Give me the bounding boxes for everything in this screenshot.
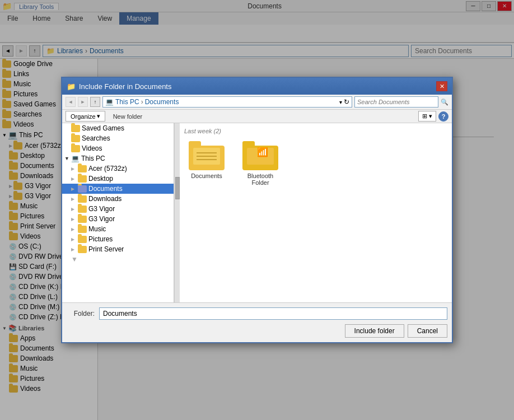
organize-dropdown-icon: ▾ xyxy=(97,113,100,120)
section-label-last-week: Last week (2) xyxy=(184,128,447,134)
dialog-up-button[interactable]: ↑ xyxy=(90,97,100,107)
dialog-address-icon: 💻 xyxy=(105,98,114,106)
dialog-title: Include Folder in Documents xyxy=(79,82,171,91)
footer-buttons: Include folder Cancel xyxy=(67,324,447,338)
dialog-sidebar-print-server[interactable]: ▶ Print Server xyxy=(62,244,174,254)
dialog-close-button[interactable]: ✕ xyxy=(436,81,447,91)
help-button[interactable]: ? xyxy=(438,111,448,122)
dialog-sidebar-label-searches: Searches xyxy=(82,134,110,142)
dialog-sidebar-music[interactable]: ▶ Music xyxy=(62,224,174,234)
expand-arrow-open: ▼ xyxy=(64,156,71,161)
dialog-sidebar-saved-games[interactable]: Saved Games xyxy=(62,123,174,133)
cancel-button[interactable]: Cancel xyxy=(408,324,447,338)
dialog-icon: 📁 xyxy=(67,82,76,91)
dialog-sidebar-label-this-pc: This PC xyxy=(81,155,105,162)
dialog-sidebar-scrollbar[interactable] xyxy=(174,123,180,302)
dialog-back-button[interactable]: ◄ xyxy=(66,97,76,107)
file-name-documents: Documents xyxy=(191,172,222,179)
dialog-forward-button[interactable]: ► xyxy=(78,97,88,107)
dialog-sidebar-documents[interactable]: ▶ Documents xyxy=(62,184,174,194)
search-icon: 🔍 xyxy=(441,99,448,106)
dialog-sidebar-label-documents: Documents xyxy=(88,185,123,193)
folder-icon xyxy=(71,125,80,132)
dialog-sidebar-label-pictures: Pictures xyxy=(88,235,113,243)
folder-icon xyxy=(71,145,80,152)
dialog-path-separator: › xyxy=(141,98,143,106)
dialog-sidebar-label-downloads: Downloads xyxy=(88,195,122,203)
dialog-refresh-button[interactable]: ↻ xyxy=(344,98,349,106)
modal-overlay: 📁 Include Folder in Documents ✕ ◄ ► ↑ 💻 … xyxy=(0,0,514,420)
expand-arrow: ▶ xyxy=(71,207,78,212)
dialog-sidebar-desktop[interactable]: ▶ Desktop xyxy=(62,174,174,184)
dialog-sidebar-label-videos: Videos xyxy=(82,144,102,152)
folder-icon xyxy=(78,175,87,183)
more-arrow: ▼ xyxy=(71,255,78,263)
expand-arrow: ▶ xyxy=(71,247,78,252)
folder-icon xyxy=(78,236,87,243)
folder-input-row: Folder: xyxy=(67,307,447,320)
dialog-sidebar-acer[interactable]: ▶ Acer (5732z) xyxy=(62,164,174,174)
folder-icon xyxy=(78,206,87,213)
dialog-sidebar-videos[interactable]: Videos xyxy=(62,143,174,153)
dialog-body: Saved Games Searches Videos ▼ 💻 xyxy=(62,123,452,302)
organize-label: Organize xyxy=(71,113,96,120)
dialog-sidebar-searches[interactable]: Searches xyxy=(62,133,174,143)
dialog-sidebar-label-g3vigor1: G3 Vigor xyxy=(88,205,115,213)
dialog-main-content: Last week (2) xyxy=(180,123,452,302)
expand-arrow: ▶ xyxy=(71,227,78,232)
folder-icon xyxy=(78,226,87,233)
scrollbar-thumb xyxy=(175,177,180,199)
dialog-sidebar: Saved Games Searches Videos ▼ 💻 xyxy=(62,123,174,302)
dialog-toolbar: ◄ ► ↑ 💻 This PC › Documents ▾ ↻ 🔍 xyxy=(62,95,452,110)
view-button[interactable]: ⊞ ▾ xyxy=(418,111,436,122)
dialog-sidebar-g3vigor2[interactable]: ▶ G3 Vigor xyxy=(62,214,174,224)
file-item-bluetooth[interactable]: 📶 Bluetooth Folder xyxy=(238,139,283,188)
include-folder-dialog: 📁 Include Folder in Documents ✕ ◄ ► ↑ 💻 … xyxy=(61,77,453,343)
folder-icon xyxy=(78,185,87,193)
dialog-path-documents[interactable]: Documents xyxy=(145,98,179,106)
expand-arrow: ▶ xyxy=(71,166,78,171)
dialog-sidebar-pictures[interactable]: ▶ Pictures xyxy=(62,234,174,244)
dialog-sidebar-label-music: Music xyxy=(88,225,106,233)
dialog-path-this-pc[interactable]: This PC xyxy=(115,98,139,106)
dialog-sidebar-label-desktop: Desktop xyxy=(88,175,113,183)
file-item-documents[interactable]: Documents xyxy=(184,139,229,188)
dialog-titlebar: 📁 Include Folder in Documents ✕ xyxy=(62,78,452,95)
dialog-sidebar-downloads[interactable]: ▶ Downloads xyxy=(62,194,174,204)
dialog-sidebar-label-g3vigor2: G3 Vigor xyxy=(88,215,115,223)
expand-arrow: ▶ xyxy=(71,217,78,222)
include-folder-button[interactable]: Include folder xyxy=(345,324,404,338)
folder-icon xyxy=(71,135,80,142)
dialog-sidebar-label-print-server: Print Server xyxy=(88,245,124,253)
dialog-sidebar-g3vigor1[interactable]: ▶ G3 Vigor xyxy=(62,204,174,214)
dialog-search-input[interactable] xyxy=(354,96,438,108)
folder-icon xyxy=(78,246,87,253)
new-folder-button[interactable]: New folder xyxy=(109,112,147,121)
dialog-sidebar-more[interactable]: ▼ xyxy=(62,254,174,264)
folder-icon xyxy=(78,165,87,172)
dialog-address-dropdown[interactable]: ▾ xyxy=(339,99,342,105)
file-grid: Documents 📶 Bluetoot xyxy=(184,139,447,188)
dialog-sidebar-label-acer: Acer (5732z) xyxy=(88,165,127,172)
dialog-sidebar-this-pc[interactable]: ▼ 💻 This PC xyxy=(62,153,174,164)
computer-icon: 💻 xyxy=(71,155,80,162)
organize-button[interactable]: Organize ▾ xyxy=(66,111,105,122)
dialog-address-bar: 💻 This PC › Documents ▾ ↻ xyxy=(102,96,352,108)
folder-icon xyxy=(78,216,87,223)
file-name-bluetooth: Bluetooth Folder xyxy=(240,172,281,186)
dialog-actions-bar: Organize ▾ New folder ⊞ ▾ ? xyxy=(62,110,452,123)
expand-arrow: ▶ xyxy=(71,186,78,192)
folder-icon xyxy=(78,195,87,203)
folder-input[interactable] xyxy=(99,307,447,320)
dialog-footer: Folder: Include folder Cancel xyxy=(62,302,452,342)
expand-arrow: ▶ xyxy=(71,197,78,202)
expand-arrow: ▶ xyxy=(71,237,78,242)
expand-arrow: ▶ xyxy=(71,176,78,181)
dialog-sidebar-label-saved-games: Saved Games xyxy=(82,124,124,132)
folder-label: Folder: xyxy=(67,310,95,318)
